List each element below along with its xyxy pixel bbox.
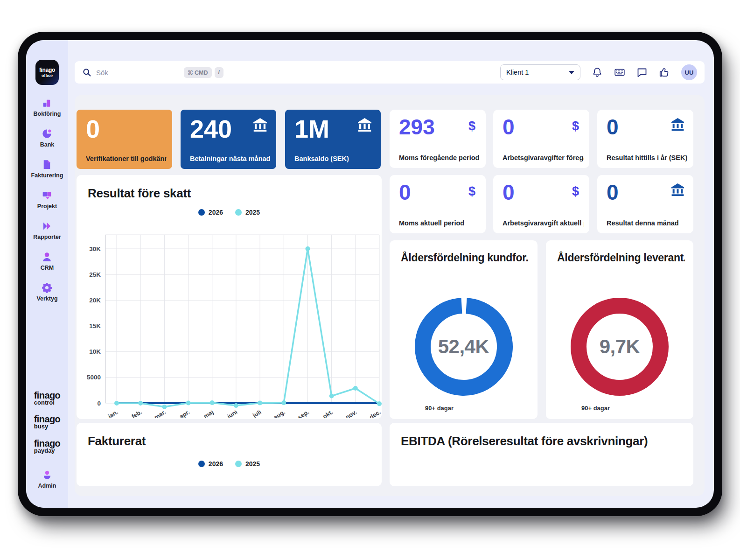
svg-text:20K: 20K <box>89 297 101 304</box>
kpi-value: 0 <box>86 116 100 141</box>
keyboard-shortcut-chips: ⌘ CMD / <box>184 67 223 78</box>
boards-icon <box>41 189 53 201</box>
sidebar-item-fakturering[interactable]: Fakturering <box>31 159 63 179</box>
bank-icon <box>357 117 372 134</box>
svg-text:jan.: jan. <box>106 408 119 418</box>
thumbs-up-icon[interactable] <box>659 67 670 78</box>
legend-item-2026[interactable]: 2026 <box>198 460 223 468</box>
admin-person-icon <box>42 469 53 481</box>
kpi-label: Verifikationer till godkänning <box>86 155 167 162</box>
kpi-card-arbetsgivaravgift-aktuell[interactable]: 0 $ Arbetsgivaravgift aktuell pe... <box>493 175 589 233</box>
kpi-label: Resultat hittills i år (SEK) <box>607 154 688 161</box>
svg-text:apr.: apr. <box>178 408 191 418</box>
sidebar-item-label: Projekt <box>37 203 57 210</box>
brand-finago-busy[interactable]: finago busy <box>34 415 60 429</box>
dashboard-content: 0 Verifikationer till godkänning 240 Bet… <box>75 95 705 496</box>
chevron-down-icon <box>569 71 574 74</box>
kpi-value: 0 <box>607 116 619 138</box>
kpi-card-resultat-denna-manad[interactable]: 0 Resultat denna månad <box>597 175 693 233</box>
topbar: ⌘ CMD / Klient 1 UU <box>75 61 705 84</box>
legend-item-2025[interactable]: 2025 <box>235 209 260 216</box>
chart-card-resultat-fore-skatt: Resultat före skatt 2026 2025 0500010K15… <box>77 175 382 419</box>
notifications-bell-icon[interactable] <box>592 67 603 78</box>
brand-finago-control[interactable]: finago control <box>34 391 60 406</box>
dollar-icon: $ <box>468 119 475 133</box>
kpi-label: Resultat denna månad <box>607 219 688 227</box>
sidebar-item-bokforing[interactable]: Bokföring <box>31 97 63 117</box>
donut-center-value: 52,4K <box>414 297 513 396</box>
kpi-card-moms-aktuell[interactable]: 0 $ Moms aktuell period <box>390 175 486 233</box>
chart-card-fakturerat: Fakturerat 2026 2025 <box>77 423 382 486</box>
svg-text:maj: maj <box>202 408 215 418</box>
legend-dot <box>235 461 242 467</box>
sidebar-item-label: CRM <box>41 265 54 271</box>
svg-text:dec.: dec. <box>368 408 382 418</box>
brand-finago-payday[interactable]: finago payday <box>34 439 60 454</box>
kpi-value: 0 <box>503 182 515 203</box>
donut-slice-label: 90+ dagar <box>581 405 610 412</box>
chat-icon[interactable] <box>636 67 648 78</box>
chart-title: Resultat före skatt <box>88 186 373 201</box>
donut-chart-customers: 52,4K <box>414 297 513 396</box>
kpi-label: Banksaldo (SEK) <box>294 155 375 162</box>
kpi-card-banksaldo[interactable]: 1M Banksaldo (SEK) <box>285 110 381 169</box>
svg-text:5000: 5000 <box>87 374 101 381</box>
legend-item-2026[interactable]: 2026 <box>198 209 223 216</box>
client-selector[interactable]: Klient 1 <box>500 64 580 80</box>
chart-card-aldersfordelning-leverantorsskulder: Åldersfördelning leverant... 9,7K 90+ da… <box>546 240 693 419</box>
sidebar-item-crm[interactable]: CRM <box>31 251 63 271</box>
sidebar-item-admin[interactable]: Admin <box>38 469 56 489</box>
kpi-card-verifikationer[interactable]: 0 Verifikationer till godkänning <box>77 110 172 169</box>
sidebar-item-bank[interactable]: Bank <box>31 128 63 148</box>
kpi-card-moms-foregaende[interactable]: 293 $ Moms föregående period (SEK) <box>390 110 486 168</box>
sidebar-item-projekt[interactable]: Projekt <box>31 189 63 210</box>
person-icon <box>41 251 53 263</box>
sidebar-item-label: Bokföring <box>33 111 61 117</box>
kpi-card-betalningar[interactable]: 240 Betalningar nästa månad <box>181 110 276 169</box>
legend-item-2025[interactable]: 2025 <box>235 460 260 468</box>
fast-forward-icon <box>41 220 53 232</box>
chart-card-ebitda: EBITDA (Rörelseresultat före avskrivning… <box>390 423 693 486</box>
sidebar-item-label: Admin <box>38 483 56 489</box>
chart-title: Åldersfördelning kundfor... <box>401 252 529 264</box>
kpi-label: Moms aktuell period <box>399 219 480 227</box>
svg-text:25K: 25K <box>89 271 101 278</box>
line-chart-plot: 0500010K15K20K25K30Kjan.feb.mar.apr.majj… <box>77 222 382 418</box>
kpi-card-resultat-hittills[interactable]: 0 Resultat hittills i år (SEK) <box>597 110 693 168</box>
svg-text:0: 0 <box>97 400 101 407</box>
slash-chip: / <box>215 67 223 78</box>
donut-slice-label: 90+ dagar <box>425 405 454 412</box>
finago-office-logo[interactable]: finago office <box>35 60 59 85</box>
svg-text:juli: juli <box>251 408 263 418</box>
keyboard-icon[interactable] <box>614 67 625 78</box>
chart-title: Åldersfördelning leverant... <box>557 252 685 264</box>
chart-title: EBITDA (Rörelseresultat före avskrivning… <box>401 434 685 448</box>
sidebar-brands: finago control finago busy finago payday <box>34 391 60 454</box>
kpi-label: Arbetsgivaravgifter föregå... <box>503 154 584 161</box>
svg-text:feb.: feb. <box>130 408 143 418</box>
sidebar-item-label: Verktyg <box>36 295 57 302</box>
logo-word: finago <box>39 67 55 73</box>
cmd-chip: ⌘ CMD <box>184 67 212 78</box>
kpi-label: Arbetsgivaravgift aktuell pe... <box>503 219 584 227</box>
svg-text:10K: 10K <box>89 348 101 355</box>
search-icon <box>82 68 91 77</box>
sidebar-nav: Bokföring Bank Fakturering Projekt Rappo… <box>31 97 63 302</box>
sidebar-item-rapporter[interactable]: Rapporter <box>31 220 63 240</box>
user-avatar[interactable]: UU <box>681 64 697 80</box>
kpi-card-arbetsgivaravgifter-foregaende[interactable]: 0 $ Arbetsgivaravgifter föregå... <box>493 110 589 168</box>
sidebar: finago office Bokföring Bank Fakturering… <box>26 40 68 508</box>
topbar-actions: Klient 1 UU <box>500 64 697 80</box>
svg-text:juni: juni <box>225 408 238 418</box>
kpi-value: 0 <box>607 182 619 203</box>
svg-text:30K: 30K <box>89 245 101 252</box>
search-input[interactable] <box>95 68 156 77</box>
kpi-value: 0 <box>399 182 411 203</box>
chart-card-aldersfordelning-kundfordringar: Åldersfördelning kundfor... 52,4K 90+ da… <box>390 240 538 419</box>
donut-center-value: 9,7K <box>570 297 669 396</box>
chart-title: Fakturerat <box>88 434 373 448</box>
sidebar-item-label: Fakturering <box>31 172 63 179</box>
dollar-icon: $ <box>468 184 475 199</box>
sidebar-item-verktyg[interactable]: Verktyg <box>31 282 63 302</box>
kpi-label: Betalningar nästa månad <box>190 155 271 162</box>
